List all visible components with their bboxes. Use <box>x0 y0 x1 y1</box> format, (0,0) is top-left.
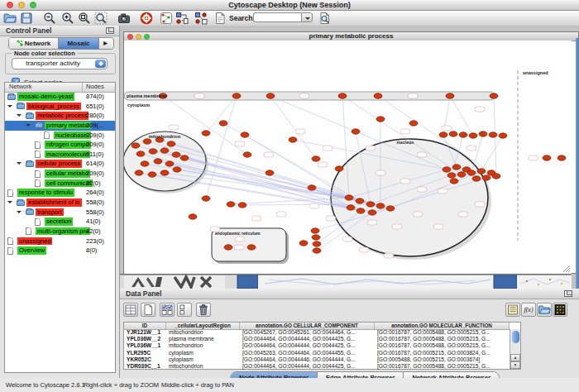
control-panel: Control Panel Network Mosaic ▶ Node colo… <box>0 26 120 378</box>
zoom-in-icon[interactable] <box>61 12 74 25</box>
tree-row[interactable]: cell communicat22(0) <box>5 179 115 189</box>
network-canvas[interactable]: plasma membranecytoplasmmitochondrionnuc… <box>124 41 572 274</box>
cytoscape-window: Cytoscape Desktop (New Session) Search: … <box>0 0 579 392</box>
select-attributes-icon[interactable] <box>160 303 175 317</box>
attribute-matrix-icon[interactable] <box>553 303 567 317</box>
table-row[interactable]: YLR295Ccytoplasm[GO:0045263, GO:0044464,… <box>124 350 510 356</box>
tree-row[interactable]: mosaic-demo-yeast874(0) <box>5 92 115 102</box>
table-row[interactable]: YPL036W__1mitochondrion[GO:0044464, GO:0… <box>124 342 510 349</box>
network-tree-panel: Network Nodes mosaic-demo-yeast874(0)bio… <box>4 82 116 373</box>
table-column-header[interactable]: _cellularLayoutRegion <box>166 323 240 329</box>
tree-row-label: primary metabo <box>45 122 91 130</box>
table-column-header[interactable]: annotation.GO CELLULAR_COMPONENT <box>240 323 375 329</box>
tree-row[interactable]: cellular process614(0) <box>5 159 115 169</box>
vizmapper-icon[interactable] <box>175 12 189 25</box>
tree-row[interactable]: Overview8(0) <box>5 246 115 256</box>
tree-row[interactable]: unassigned223(0) <box>5 237 115 246</box>
delete-attribute-icon[interactable] <box>196 303 211 317</box>
folder-icon <box>7 94 16 100</box>
data-panel-float-icon[interactable] <box>564 290 572 297</box>
tab-network[interactable]: Network <box>9 38 59 49</box>
open-icon[interactable] <box>3 12 17 25</box>
scroll-up-icon[interactable]: ▲ <box>510 354 520 361</box>
save-icon[interactable] <box>20 12 33 25</box>
annotation-icon[interactable] <box>213 12 227 25</box>
tree-row[interactable]: biological_process651(0) <box>5 102 115 112</box>
svg-text:nucleus: nucleus <box>397 140 414 145</box>
expand-arrow-icon[interactable] <box>17 211 22 216</box>
snapshot-icon[interactable] <box>117 12 131 25</box>
tree-row-label: secretion <box>45 218 73 226</box>
search-dropdown-arrow[interactable] <box>301 12 313 22</box>
tree-row[interactable]: macromolecule311(0) <box>5 150 115 160</box>
tree-row-count: 558(0) <box>86 208 104 216</box>
table-row[interactable]: YDR039C__1mitochondrion[GO:0044464, GO:0… <box>124 363 510 370</box>
table-scrollbar[interactable]: ▲ ▼ <box>510 329 520 369</box>
table-row[interactable]: YJR121W__1mitochondrion[GO:0045267, GO:0… <box>124 329 510 336</box>
tree-row-count: 8(0) <box>86 246 97 254</box>
svg-text:cytoplasm: cytoplasm <box>127 103 150 108</box>
frame-right-border <box>576 38 579 295</box>
import-file-icon[interactable] <box>537 303 552 317</box>
title-bar: Cytoscape Desktop (New Session) <box>0 0 579 11</box>
attribute-table-icon[interactable] <box>123 303 138 317</box>
search-input[interactable] <box>253 12 301 22</box>
zoom-fit-icon[interactable] <box>94 12 108 25</box>
expand-arrow-icon[interactable] <box>26 124 31 129</box>
control-panel-tabs: Network Mosaic ▶ <box>8 37 114 50</box>
tree-row[interactable]: secretion41(0) <box>5 217 115 227</box>
tab-mosaic-label: Mosaic <box>67 38 89 49</box>
unselect-attributes-icon[interactable] <box>177 303 192 317</box>
expand-arrow-icon[interactable] <box>7 105 12 110</box>
zoom-selected-icon[interactable] <box>78 12 91 25</box>
help-icon[interactable] <box>140 12 153 25</box>
table-row[interactable]: YKR052Ccytoplasm[GO:0044464, GO:0044446,… <box>124 356 510 363</box>
tree-row[interactable]: establishment of lo558(0) <box>5 198 115 208</box>
tree-row-count: 209(0) <box>86 141 104 148</box>
file-icon <box>35 141 41 149</box>
tree-row[interactable]: multi-organism pro42(0) <box>5 227 115 237</box>
tab-overflow-arrow[interactable]: ▶ <box>99 38 112 49</box>
expand-arrow-icon[interactable] <box>7 201 12 206</box>
tree-row-label: mosaic-demo-yeast <box>17 93 74 101</box>
float-panel-icon[interactable] <box>106 27 114 34</box>
tree-row-label: Overview <box>17 246 46 255</box>
scroll-down-icon[interactable]: ▼ <box>510 361 520 369</box>
table-scrollbar-thumb[interactable] <box>512 331 519 343</box>
layout-icon[interactable] <box>194 12 208 25</box>
tree-column-divider[interactable] <box>82 83 83 92</box>
tree-row-count: 223(0) <box>86 237 104 245</box>
tree-row[interactable]: response to stimulu264(0) <box>5 188 115 198</box>
tab-mosaic[interactable]: Mosaic <box>59 38 99 49</box>
data-panel-title: Data Panel <box>126 289 161 298</box>
table-column-header[interactable]: ID <box>124 323 166 329</box>
tree-row-label: metabolic process <box>36 112 89 120</box>
file-icon <box>35 218 41 226</box>
table-row[interactable]: YPL036W__2plasma membrane[GO:0044464, GO… <box>124 336 510 342</box>
tree-row[interactable]: cellular metabo209(0) <box>5 169 115 179</box>
tab-network-label: Network <box>25 38 51 49</box>
zoom-out-icon[interactable] <box>43 12 56 25</box>
tree-row[interactable]: nitrogen compo209(0) <box>5 140 115 150</box>
network-tab-icon <box>17 40 23 47</box>
tree-row-count: 209(0) <box>86 131 104 139</box>
formula-builder-icon[interactable]: f(x) <box>521 303 536 317</box>
expand-arrow-icon[interactable] <box>17 114 22 119</box>
tree-row[interactable]: metabolic process280(0) <box>5 111 115 121</box>
tree-row[interactable]: primary metabo209(... <box>5 121 115 131</box>
svg-text:endoplasmic reticulum: endoplasmic reticulum <box>215 231 261 236</box>
node-color-dropdown[interactable]: transporter activity <box>12 58 108 69</box>
new-attribute-icon[interactable] <box>141 303 156 317</box>
import-list-icon[interactable] <box>505 303 520 317</box>
file-icon <box>7 237 13 245</box>
tree-row-label: unassigned <box>17 237 52 246</box>
file-icon <box>7 189 13 197</box>
expand-arrow-icon[interactable] <box>17 162 22 167</box>
tree-row[interactable]: transport558(0) <box>5 208 115 218</box>
table-column-header[interactable]: annotation.GO MOLECULAR_FUNCTION <box>375 323 510 329</box>
birdseye-view-icon[interactable] <box>160 12 173 25</box>
tree-row[interactable]: nucleobase-209(0) <box>5 131 115 141</box>
tree-column-nodes: Nodes <box>86 83 104 90</box>
search-label: Search: <box>229 14 255 22</box>
advanced-search-icon[interactable] <box>318 12 332 25</box>
